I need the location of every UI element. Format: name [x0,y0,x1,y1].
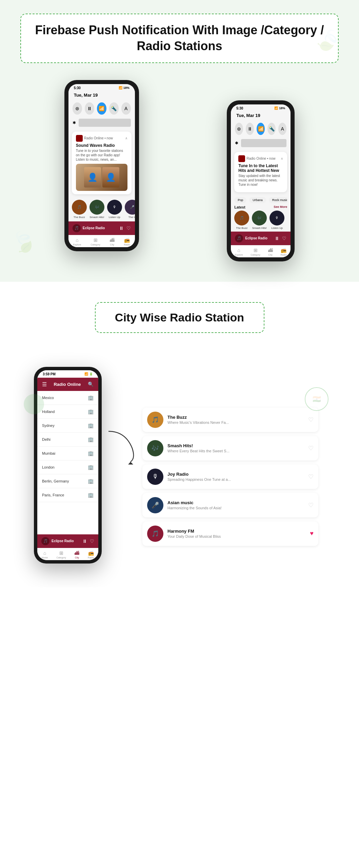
phone2-player-controls[interactable]: ⏸ ♡ [275,236,286,241]
city-player-avatar: 🎵 [41,537,49,545]
city-name-paris: Paris, France [42,493,64,497]
city-icon-berlin: 🏢 [88,478,94,484]
station-card-avatar-buzz: 🎵 [147,412,163,428]
phone1-time: 5:30 [74,86,81,90]
cat-pill-pop[interactable]: Pop [234,197,246,203]
city-icon-mexico: 🏢 [88,395,94,400]
player-controls[interactable]: ⏸ ♡ [119,225,131,231]
home-nav-icon: ⌂ [76,237,78,243]
phone2-nav-explore[interactable]: ⌂ Explore [235,248,243,256]
station-item: 🎵 The Buzz [72,200,87,219]
accessibility-btn[interactable]: A [121,102,131,115]
phone2-pause-btn[interactable]: ⏸ [246,123,254,135]
city-nav-city[interactable]: 🏙 City [75,550,79,559]
phone2-player-bar: 🎵 Eclipse Radio ⏸ ♡ [231,232,291,245]
station-name-smash: Smash Hits! [89,216,104,219]
phone2-player-name: Eclipse Radio [245,236,267,240]
city-category-nav-icon: ⊞ [59,550,63,556]
flashlight-btn[interactable]: 🔦 [109,102,119,115]
city-item-berlin[interactable]: Berlin, Germany 🏢 [37,474,98,488]
phone1-quick-settings: ⊛ ⏸ 📶 🔦 A [68,100,135,117]
station-card-desc-buzz: Where Music's Vibrations Never Fa... [167,420,304,425]
phone2-mockup: 5:30 📶 18% Tue, Mar 19 ⊛ ⏸ 📶 🔦 [227,100,295,261]
city-item-mexico[interactable]: Mexico 🏢 [37,391,98,405]
city-heart-icon[interactable]: ♡ [90,538,94,544]
nav-category-label: Category [91,243,100,246]
city-status-bar: 3:59 PM 📶 🔋 [37,370,98,378]
station-card-heart-joy[interactable]: ♡ [308,473,314,480]
section2-main-content: 🇮🇳 3:59 PM 📶 🔋 ☰ Radio Online 🔍 [20,367,339,564]
city-item-sydney[interactable]: Sydney 🏢 [37,419,98,433]
city-spacer [37,518,98,534]
phone2-notif-app-name: Radio Online • now [246,157,275,160]
see-more-link[interactable]: See More [274,205,287,209]
phone2-nav-radio[interactable]: 📻 Radio [281,248,287,256]
phone2-nav-city[interactable]: 🏙 City [268,248,273,256]
station-card-heart-buzz[interactable]: ♡ [308,416,314,423]
station-avatar-other: 🎤 [125,200,135,215]
city-icon-sydney: 🏢 [88,423,94,428]
pause-control-icon[interactable]: ⏸ [119,225,124,231]
city-item-mumbai[interactable]: Mumbai 🏢 [37,447,98,460]
city-player-bar: 🎵 Eclipse Radio ⏸ ♡ [37,534,98,548]
bluetooth-btn[interactable]: ⊛ [73,102,82,115]
phone2-flashlight-btn[interactable]: 🔦 [267,123,276,135]
phone2-nav-category[interactable]: ⊞ Category [251,248,260,256]
city-player-controls[interactable]: ⏸ ♡ [82,538,94,544]
phone2-station-name-2: Smash Hits! [252,226,267,230]
city-item-holland[interactable]: Holland 🏢 [37,405,98,419]
city-wifi-icon: 🔋 [89,372,93,376]
city-search-icon[interactable]: 🔍 [88,381,94,387]
heart-control-icon[interactable]: ♡ [126,225,131,231]
phone2-wifi-btn[interactable]: 📶 [257,123,265,135]
city-nav-radio[interactable]: 📻 Radio [88,550,94,559]
city-menu-icon[interactable]: ☰ [42,381,47,388]
notif-image: 👤 👤 [76,164,127,191]
phone2-search-icon: ✱ [235,141,238,145]
phone2-stations-row: 🎵 The Buzz 🎶 Smash Hits! 🎙 Listen Up [234,211,287,230]
station-card-info-joy: Joy Radio Spreading Happiness One Tune a… [167,472,304,481]
station-card-info-harmony: Harmony FM Your Daily Dose of Musical Bl… [167,529,306,538]
city-item-paris[interactable]: Paris, France 🏢 [37,488,98,502]
phone2-bluetooth-btn[interactable]: ⊛ [235,123,243,135]
category-nav-icon: ⊞ [94,237,98,243]
phone1-status-icons: 📶 18% [119,86,129,90]
pause-btn[interactable]: ⏸ [85,102,94,115]
city-name-delhi: Delhi [42,437,51,441]
phone2-station-2: 🎶 Smash Hits! [252,211,267,230]
city-item-london[interactable]: London 🏢 [37,460,98,474]
station-card-harmony: 🎵 Harmony FM Your Daily Dose of Musical … [142,521,318,546]
wifi-btn[interactable]: 📶 [97,102,106,115]
phone2-accessibility-btn[interactable]: A [278,123,286,135]
phone1-content: 5:30 📶 18% Tue, Mar 19 ⊛ ⏸ 📶 🔦 [68,84,135,247]
city-icon-holland: 🏢 [88,409,94,414]
city-pause-icon[interactable]: ⏸ [82,538,87,544]
station-card-heart-harmony[interactable]: ♥ [310,530,314,537]
city-name-berlin: Berlin, Germany [42,479,69,483]
city-status-icons: 📶 🔋 [84,372,93,376]
phone2-category-row: Pop Urbana Rock music Ja [234,197,287,203]
nav-city[interactable]: 🏙 City [110,237,115,246]
phone1-date: Tue, Mar 19 [68,91,135,100]
cat-pill-urbana[interactable]: Urbana [249,197,266,203]
phone2-status-bar: 5:30 📶 18% [231,104,291,112]
phone1-notification-card: Radio Online • now ∧ Sound Waves Radio T… [72,132,132,194]
nav-radio[interactable]: 📻 Radio [124,237,130,246]
station-card-heart-smash[interactable]: ♡ [308,445,314,452]
city-app-title-text: Radio Online [54,382,81,387]
city-nav-home[interactable]: ⌂ Home [42,550,48,559]
phone2-signal-icon: 📶 [274,106,278,110]
phone2-notif-chevron: ∧ [281,157,283,160]
cat-pill-rock[interactable]: Rock music [269,197,287,203]
station-card-heart-asian[interactable]: ♡ [308,501,314,509]
latest-text: Latest [234,205,245,209]
nav-category[interactable]: ⊞ Category [91,237,100,246]
city-item-delhi[interactable]: Delhi 🏢 [37,433,98,447]
phone2-heart-icon[interactable]: ♡ [282,236,286,241]
city-nav-category[interactable]: ⊞ Category [56,550,66,559]
station-card-desc-harmony: Your Daily Dose of Musical Bliss [167,534,306,538]
phone2-time: 5:30 [236,106,243,110]
phone2-pause-icon[interactable]: ⏸ [275,236,279,241]
phone2-screen: 5:30 📶 18% Tue, Mar 19 ⊛ ⏸ 📶 🔦 [231,104,291,257]
nav-explore[interactable]: ⌂ Explore [73,237,81,246]
